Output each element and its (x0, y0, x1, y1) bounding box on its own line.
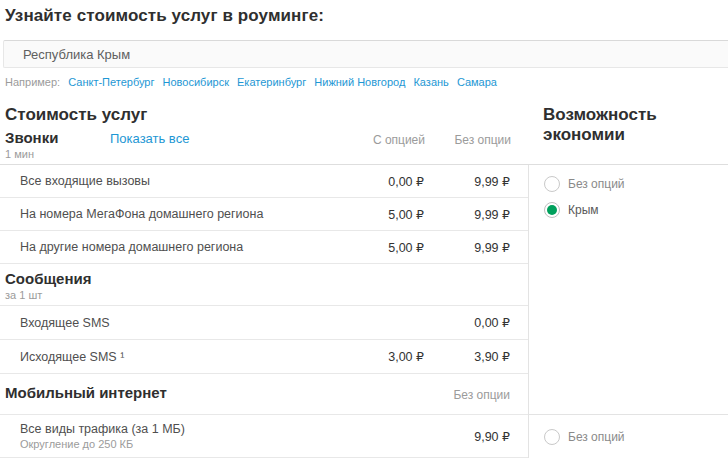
radio-label: Без опций (568, 177, 625, 191)
city-link-ekaterinburg[interactable]: Екатеринбург (237, 76, 306, 88)
savings-panel: Без опций Крым Без опций (529, 165, 728, 458)
page-title: Узнайте стоимость услуг в роуминге: (0, 0, 728, 26)
col-header-without-option: Без опции (425, 133, 511, 147)
price-with-option: 0,00 ₽ (338, 174, 424, 189)
col-header-without-option: Без опции (424, 385, 510, 402)
price-without-option: 0,00 ₽ (424, 315, 510, 330)
price-with-option: 3,00 ₽ (338, 349, 424, 364)
radio-option-no-options-internet[interactable]: Без опций (544, 429, 625, 445)
radio-unselected-icon[interactable] (544, 176, 560, 192)
price-with-option: 5,00 ₽ (338, 240, 424, 255)
roaming-pricing-page: Узнайте стоимость услуг в роуминге: Напр… (0, 0, 728, 464)
calls-title-block: Звонки 1 мин (5, 130, 110, 160)
row-label: На другие номера домашнего региона (20, 240, 338, 254)
savings-spacer (529, 125, 728, 165)
table-row-megafon-numbers: На номера МегаФона домашнего региона 5,0… (0, 198, 528, 231)
row-label: Входящее SMS (20, 316, 338, 330)
savings-options-main: Без опций Крым (529, 165, 728, 415)
city-link-kazan[interactable]: Казань (413, 76, 448, 88)
table-row-incoming-sms: Входящее SMS 0,00 ₽ (0, 306, 528, 340)
row-label: Исходящее SMS ¹ (20, 350, 338, 364)
main-body: Все входящие вызовы 0,00 ₽ 9,99 ₽ На ном… (0, 165, 728, 458)
row-label: На номера МегаФона домашнего региона (20, 207, 338, 221)
row-label-block: Все виды трафика (за 1 МБ) Округление до… (20, 422, 424, 450)
radio-label: Крым (568, 203, 599, 217)
table-row-outgoing-sms: Исходящее SMS ¹ 3,00 ₽ 3,90 ₽ (0, 340, 528, 374)
price-without-option: 9,99 ₽ (424, 240, 510, 255)
examples-label: Например: (5, 76, 60, 88)
region-input[interactable] (3, 40, 728, 68)
calls-header: Звонки 1 мин Показать все С опцией Без о… (0, 125, 529, 165)
radio-option-no-options[interactable]: Без опций (544, 176, 728, 192)
messages-title: Сообщения (5, 271, 528, 287)
col-header-with-option: С опцией (339, 133, 425, 147)
radio-unselected-icon[interactable] (544, 429, 560, 445)
price-without-option: 9,90 ₽ (424, 429, 510, 444)
price-column-headers: С опцией Без опции (339, 130, 511, 147)
messages-unit: за 1 шт (5, 289, 528, 301)
city-link-novosibirsk[interactable]: Новосибирск (163, 76, 229, 88)
row-label: Все виды трафика (за 1 МБ) (20, 422, 424, 436)
example-cities: Например: Санкт-Петербург Новосибирск Ек… (0, 68, 728, 88)
radio-selected-icon[interactable] (544, 202, 560, 218)
price-with-option: 5,00 ₽ (338, 207, 424, 222)
savings-options-internet: Без опций (529, 415, 728, 458)
calls-unit: 1 мин (5, 148, 110, 160)
row-label: Все входящие вызовы (20, 174, 338, 188)
internet-title: Мобильный интернет (5, 385, 167, 401)
calls-title: Звонки (5, 130, 110, 146)
pricing-table: Все входящие вызовы 0,00 ₽ 9,99 ₽ На ном… (0, 165, 529, 458)
table-row-other-numbers: На другие номера домашнего региона 5,00 … (0, 231, 528, 264)
radio-label: Без опций (568, 430, 625, 444)
calls-header-row: Звонки 1 мин Показать все С опцией Без о… (0, 125, 728, 165)
row-sublabel: Округление до 250 КБ (20, 438, 424, 450)
internet-section-header: Мобильный интернет Без опции (0, 374, 528, 415)
price-without-option: 9,99 ₽ (424, 174, 510, 189)
show-all-link[interactable]: Показать все (110, 131, 189, 146)
price-without-option: 3,90 ₽ (424, 349, 510, 364)
section-headings: Стоимость услуг Возможность экономии (0, 88, 728, 125)
table-row-internet-traffic: Все виды трафика (за 1 МБ) Округление до… (0, 415, 528, 458)
table-row-incoming-calls: Все входящие вызовы 0,00 ₽ 9,99 ₽ (0, 165, 528, 198)
radio-option-crimea[interactable]: Крым (544, 202, 728, 218)
price-without-option: 9,99 ₽ (424, 207, 510, 222)
city-link-samara[interactable]: Самара (457, 76, 497, 88)
messages-section-header: Сообщения за 1 шт (0, 264, 528, 306)
city-link-spb[interactable]: Санкт-Петербург (68, 76, 154, 88)
city-link-nizhny-novgorod[interactable]: Нижний Новгород (314, 76, 405, 88)
